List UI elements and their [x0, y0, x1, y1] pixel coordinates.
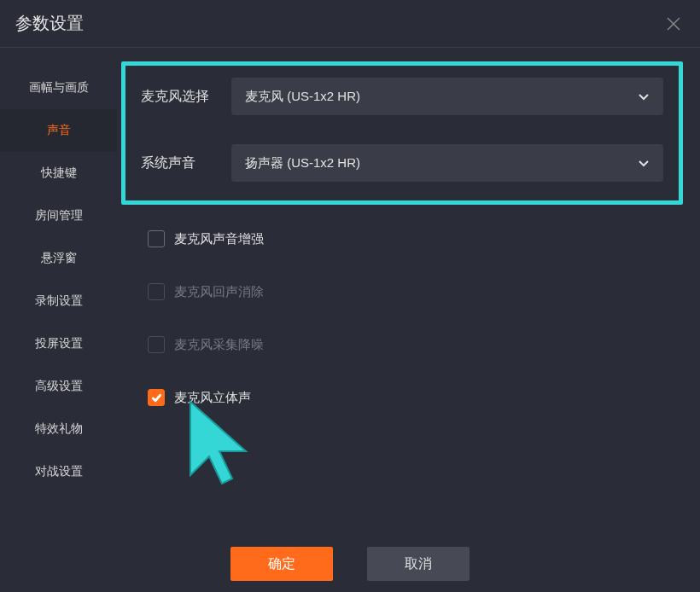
dialog-title: 参数设置	[15, 12, 84, 35]
sidebar-item-battle[interactable]: 对战设置	[0, 450, 117, 493]
chevron-down-icon	[638, 90, 650, 102]
sidebar: 画幅与画质 声音 快捷键 房间管理 悬浮窗 录制设置 投屏设置 高级设置 特效礼…	[0, 48, 117, 538]
echo-cancel-label: 麦克风回声消除	[174, 284, 264, 300]
cancel-button[interactable]: 取消	[367, 547, 470, 581]
denoise-label: 麦克风采集降噪	[174, 337, 264, 353]
dialog-footer: 确定 取消	[0, 536, 700, 592]
sidebar-item-aspect[interactable]: 画幅与画质	[0, 67, 117, 109]
system-sound-label: 系统声音	[141, 154, 216, 172]
denoise-checkbox: 麦克风采集降噪	[148, 336, 683, 353]
sidebar-item-effects[interactable]: 特效礼物	[0, 408, 117, 450]
highlighted-region: 麦克风选择 麦克风 (US-1x2 HR) 系统声音 扬声器 (US-1x2 H…	[121, 61, 683, 205]
checkbox-box	[148, 283, 165, 300]
stereo-checkbox[interactable]: 麦克风立体声	[148, 389, 683, 406]
sidebar-item-cast[interactable]: 投屏设置	[0, 322, 117, 365]
system-sound-value: 扬声器 (US-1x2 HR)	[245, 155, 360, 171]
mic-boost-label: 麦克风声音增强	[174, 231, 264, 247]
chevron-down-icon	[638, 157, 650, 169]
echo-cancel-checkbox: 麦克风回声消除	[148, 283, 683, 300]
sidebar-item-advanced[interactable]: 高级设置	[0, 365, 117, 408]
checkmark-icon	[151, 392, 162, 403]
confirm-button[interactable]: 确定	[230, 547, 333, 581]
audio-options: 麦克风声音增强 麦克风回声消除 麦克风采集降噪 麦克风立体声	[117, 205, 683, 406]
sidebar-item-record[interactable]: 录制设置	[0, 280, 117, 322]
mic-select-label: 麦克风选择	[141, 88, 216, 106]
checkbox-box	[148, 389, 165, 406]
main-panel: 麦克风选择 麦克风 (US-1x2 HR) 系统声音 扬声器 (US-1x2 H…	[117, 48, 700, 538]
sidebar-item-audio[interactable]: 声音	[0, 109, 117, 152]
mic-select[interactable]: 麦克风 (US-1x2 HR)	[231, 78, 663, 115]
checkbox-box	[148, 336, 165, 353]
close-icon[interactable]	[666, 16, 681, 32]
mic-select-value: 麦克风 (US-1x2 HR)	[245, 89, 360, 105]
sidebar-item-float[interactable]: 悬浮窗	[0, 237, 117, 280]
system-sound-select[interactable]: 扬声器 (US-1x2 HR)	[231, 144, 663, 182]
sidebar-item-hotkeys[interactable]: 快捷键	[0, 152, 117, 194]
checkbox-box	[148, 230, 165, 247]
mic-boost-checkbox[interactable]: 麦克风声音增强	[148, 230, 683, 247]
stereo-label: 麦克风立体声	[174, 390, 251, 406]
sidebar-item-room[interactable]: 房间管理	[0, 194, 117, 237]
